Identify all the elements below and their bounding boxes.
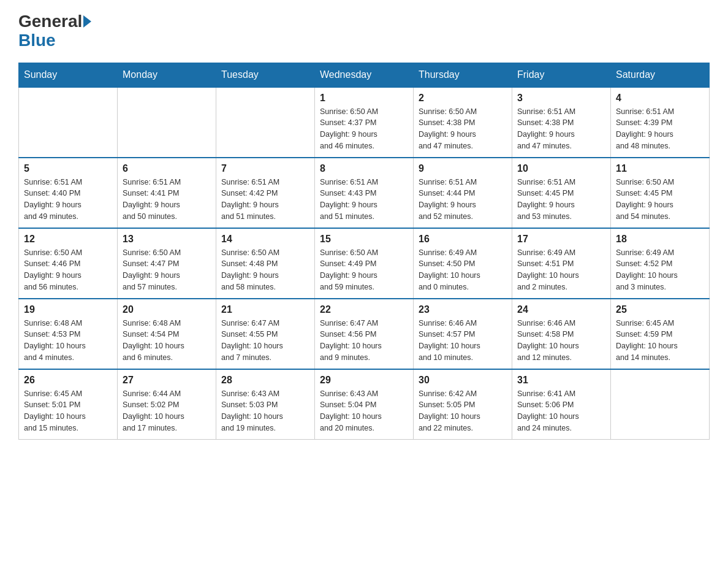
calendar-cell: 3Sunrise: 6:51 AMSunset: 4:38 PMDaylight… [512,87,611,158]
calendar-cell: 13Sunrise: 6:50 AMSunset: 4:47 PMDayligh… [118,228,216,299]
day-info: Sunrise: 6:49 AMSunset: 4:50 PMDaylight:… [419,247,507,293]
calendar-cell [19,87,118,158]
day-number: 14 [221,234,309,245]
calendar-cell: 30Sunrise: 6:42 AMSunset: 5:05 PMDayligh… [414,369,512,440]
logo-flag-icon [83,15,91,28]
calendar-cell: 9Sunrise: 6:51 AMSunset: 4:44 PMDaylight… [414,158,512,228]
day-info: Sunrise: 6:42 AMSunset: 5:05 PMDaylight:… [419,388,507,434]
calendar-cell [611,369,710,440]
calendar-cell: 4Sunrise: 6:51 AMSunset: 4:39 PMDaylight… [611,87,710,158]
calendar-cell: 28Sunrise: 6:43 AMSunset: 5:03 PMDayligh… [216,369,315,440]
calendar-cell: 2Sunrise: 6:50 AMSunset: 4:38 PMDaylight… [414,87,512,158]
day-info: Sunrise: 6:50 AMSunset: 4:49 PMDaylight:… [320,247,408,293]
day-info: Sunrise: 6:50 AMSunset: 4:37 PMDaylight:… [320,106,408,152]
logo-blue-text: Blue [18,31,56,50]
day-info: Sunrise: 6:50 AMSunset: 4:47 PMDaylight:… [123,247,211,293]
day-info: Sunrise: 6:46 AMSunset: 4:58 PMDaylight:… [517,318,605,364]
day-number: 19 [24,304,112,315]
day-number: 17 [517,234,605,245]
day-of-week-wednesday: Wednesday [315,63,414,87]
calendar-cell: 7Sunrise: 6:51 AMSunset: 4:42 PMDaylight… [216,158,315,228]
day-info: Sunrise: 6:45 AMSunset: 5:01 PMDaylight:… [24,388,112,434]
day-number: 25 [616,304,704,315]
day-info: Sunrise: 6:44 AMSunset: 5:02 PMDaylight:… [123,388,211,434]
calendar-cell: 22Sunrise: 6:47 AMSunset: 4:56 PMDayligh… [315,299,414,369]
day-number: 16 [419,234,507,245]
calendar-week-3: 19Sunrise: 6:48 AMSunset: 4:53 PMDayligh… [19,299,710,369]
calendar-week-0: 1Sunrise: 6:50 AMSunset: 4:37 PMDaylight… [19,87,710,158]
calendar-cell: 5Sunrise: 6:51 AMSunset: 4:40 PMDaylight… [19,158,118,228]
calendar-cell: 19Sunrise: 6:48 AMSunset: 4:53 PMDayligh… [19,299,118,369]
day-number: 22 [320,304,408,315]
calendar-cell: 16Sunrise: 6:49 AMSunset: 4:50 PMDayligh… [414,228,512,299]
day-number: 18 [616,234,704,245]
day-number: 27 [123,375,211,386]
calendar-cell: 20Sunrise: 6:48 AMSunset: 4:54 PMDayligh… [118,299,216,369]
calendar-week-2: 12Sunrise: 6:50 AMSunset: 4:46 PMDayligh… [19,228,710,299]
day-number: 26 [24,375,112,386]
calendar-cell [216,87,315,158]
calendar-cell: 14Sunrise: 6:50 AMSunset: 4:48 PMDayligh… [216,228,315,299]
calendar-cell: 24Sunrise: 6:46 AMSunset: 4:58 PMDayligh… [512,299,611,369]
calendar-cell: 26Sunrise: 6:45 AMSunset: 5:01 PMDayligh… [19,369,118,440]
day-info: Sunrise: 6:51 AMSunset: 4:39 PMDaylight:… [616,106,704,152]
day-info: Sunrise: 6:45 AMSunset: 4:59 PMDaylight:… [616,318,704,364]
day-info: Sunrise: 6:47 AMSunset: 4:56 PMDaylight:… [320,318,408,364]
day-of-week-thursday: Thursday [414,63,512,87]
day-number: 7 [221,163,309,174]
day-number: 11 [616,163,704,174]
day-number: 20 [123,304,211,315]
day-info: Sunrise: 6:50 AMSunset: 4:45 PMDaylight:… [616,177,704,223]
day-info: Sunrise: 6:47 AMSunset: 4:55 PMDaylight:… [221,318,309,364]
day-info: Sunrise: 6:43 AMSunset: 5:04 PMDaylight:… [320,388,408,434]
day-info: Sunrise: 6:50 AMSunset: 4:48 PMDaylight:… [221,247,309,293]
calendar-table: SundayMondayTuesdayWednesdayThursdayFrid… [18,63,710,440]
day-number: 28 [221,375,309,386]
calendar-cell: 10Sunrise: 6:51 AMSunset: 4:45 PMDayligh… [512,158,611,228]
calendar-cell [118,87,216,158]
day-info: Sunrise: 6:51 AMSunset: 4:40 PMDaylight:… [24,177,112,223]
calendar-cell: 15Sunrise: 6:50 AMSunset: 4:49 PMDayligh… [315,228,414,299]
day-of-week-saturday: Saturday [611,63,710,87]
days-of-week-row: SundayMondayTuesdayWednesdayThursdayFrid… [19,63,710,87]
day-info: Sunrise: 6:49 AMSunset: 4:52 PMDaylight:… [616,247,704,293]
day-info: Sunrise: 6:51 AMSunset: 4:44 PMDaylight:… [419,177,507,223]
day-number: 24 [517,304,605,315]
calendar-cell: 12Sunrise: 6:50 AMSunset: 4:46 PMDayligh… [19,228,118,299]
day-number: 6 [123,163,211,174]
day-number: 10 [517,163,605,174]
logo-general-text: General [18,12,82,31]
day-number: 29 [320,375,408,386]
calendar-cell: 6Sunrise: 6:51 AMSunset: 4:41 PMDaylight… [118,158,216,228]
calendar-week-4: 26Sunrise: 6:45 AMSunset: 5:01 PMDayligh… [19,369,710,440]
day-info: Sunrise: 6:50 AMSunset: 4:46 PMDaylight:… [24,247,112,293]
day-of-week-monday: Monday [118,63,216,87]
day-info: Sunrise: 6:48 AMSunset: 4:53 PMDaylight:… [24,318,112,364]
calendar-cell: 27Sunrise: 6:44 AMSunset: 5:02 PMDayligh… [118,369,216,440]
calendar-header: SundayMondayTuesdayWednesdayThursdayFrid… [19,63,710,87]
calendar-cell: 11Sunrise: 6:50 AMSunset: 4:45 PMDayligh… [611,158,710,228]
day-of-week-friday: Friday [512,63,611,87]
day-info: Sunrise: 6:51 AMSunset: 4:43 PMDaylight:… [320,177,408,223]
day-info: Sunrise: 6:49 AMSunset: 4:51 PMDaylight:… [517,247,605,293]
day-info: Sunrise: 6:41 AMSunset: 5:06 PMDaylight:… [517,388,605,434]
day-info: Sunrise: 6:46 AMSunset: 4:57 PMDaylight:… [419,318,507,364]
day-number: 4 [616,93,704,104]
day-number: 12 [24,234,112,245]
calendar-week-1: 5Sunrise: 6:51 AMSunset: 4:40 PMDaylight… [19,158,710,228]
day-info: Sunrise: 6:50 AMSunset: 4:38 PMDaylight:… [419,106,507,152]
day-info: Sunrise: 6:51 AMSunset: 4:38 PMDaylight:… [517,106,605,152]
day-info: Sunrise: 6:51 AMSunset: 4:45 PMDaylight:… [517,177,605,223]
calendar-cell: 17Sunrise: 6:49 AMSunset: 4:51 PMDayligh… [512,228,611,299]
day-info: Sunrise: 6:43 AMSunset: 5:03 PMDaylight:… [221,388,309,434]
day-info: Sunrise: 6:51 AMSunset: 4:41 PMDaylight:… [123,177,211,223]
day-number: 9 [419,163,507,174]
calendar-cell: 29Sunrise: 6:43 AMSunset: 5:04 PMDayligh… [315,369,414,440]
day-number: 30 [419,375,507,386]
day-number: 8 [320,163,408,174]
day-number: 31 [517,375,605,386]
day-number: 1 [320,93,408,104]
calendar-cell: 8Sunrise: 6:51 AMSunset: 4:43 PMDaylight… [315,158,414,228]
day-number: 3 [517,93,605,104]
day-number: 15 [320,234,408,245]
